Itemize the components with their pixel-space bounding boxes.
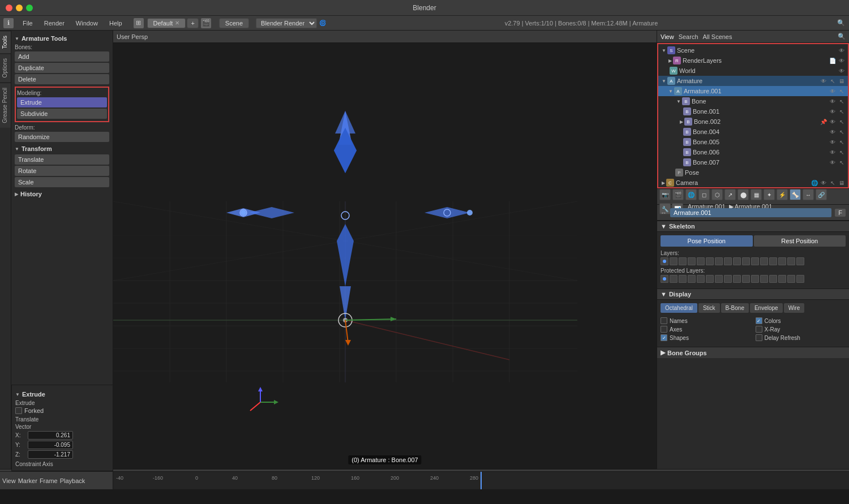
visibility-icon-b002[interactable]: 👁 — [829, 118, 837, 126]
visibility-icon-w[interactable]: 👁 — [838, 67, 846, 75]
prop-texture-icon[interactable]: ▦ — [751, 189, 762, 200]
menu-file[interactable]: File — [18, 19, 37, 28]
selectable-icon-b006[interactable]: ↖ — [838, 148, 846, 156]
prop-constraint-icon[interactable]: 🔗 — [816, 189, 827, 200]
tree-item-bone[interactable]: ▼ B Bone 👁 ↖ — [658, 96, 848, 106]
protected-layer-7[interactable] — [715, 275, 723, 283]
protected-layer-12[interactable] — [760, 275, 768, 283]
layer-9[interactable] — [733, 257, 741, 265]
layer-1-active[interactable] — [661, 257, 668, 265]
forked-checkbox[interactable] — [15, 407, 22, 414]
prop-particle-icon[interactable]: ✦ — [764, 189, 775, 200]
layer-5[interactable] — [697, 257, 705, 265]
octahedral-btn[interactable]: Octahedral — [661, 303, 697, 313]
selectable-icon-b[interactable]: ↖ — [838, 97, 846, 105]
tree-item-bone004[interactable]: B Bone.004 👁 ↖ — [658, 127, 848, 137]
blender-info-icon[interactable]: ℹ — [3, 18, 14, 28]
timeline-view[interactable]: View — [2, 477, 16, 484]
tree-item-pose[interactable]: P Pose — [658, 167, 848, 178]
tree-item-camera[interactable]: ▶ C Camera 🌐 👁 ↖ 🖥 — [658, 178, 848, 188]
rotate-button[interactable]: Rotate — [15, 166, 109, 176]
pin-icon-b002[interactable]: 📌 — [820, 118, 827, 126]
axes-checkbox[interactable] — [661, 326, 667, 333]
visibility-icon-a001[interactable]: 👁 — [829, 87, 837, 95]
protected-layer-1[interactable] — [661, 275, 668, 283]
layer-14[interactable] — [778, 257, 786, 265]
tree-item-armature001[interactable]: ▼ A Armature.001 👁 ↖ — [658, 86, 848, 96]
add-button[interactable]: Add — [15, 51, 109, 62]
randomize-button[interactable]: Randomize — [15, 132, 109, 142]
render-icon-a[interactable]: 🖥 — [838, 77, 846, 85]
protected-layer-15[interactable] — [787, 275, 795, 283]
bbone-btn[interactable]: B-Bone — [721, 303, 749, 313]
protected-layer-2[interactable] — [670, 275, 678, 283]
bone-groups-header[interactable]: ▶ Bone Groups — [657, 347, 849, 358]
layer-7[interactable] — [715, 257, 723, 265]
sidebar-tab-grease-pencil[interactable]: Grease Pencil — [0, 83, 11, 128]
visibility-icon-b001[interactable]: 👁 — [829, 107, 837, 115]
layer-10[interactable] — [742, 257, 750, 265]
prop-physics-icon[interactable]: ⚡ — [777, 189, 788, 200]
outliner-tab-all-scenes[interactable]: All Scenes — [703, 33, 732, 40]
sidebar-tab-options[interactable]: Options — [0, 53, 11, 82]
timeline-frame[interactable]: Frame — [40, 477, 58, 484]
selectable-icon-cam[interactable]: ↖ — [829, 179, 837, 187]
tree-item-bone002[interactable]: ▶ B Bone.002 📌 👁 ↖ — [658, 117, 848, 127]
wire-btn[interactable]: Wire — [784, 303, 805, 313]
visibility-icon-a[interactable]: 👁 — [820, 77, 827, 85]
camera-sphere-icon[interactable]: 🌐 — [811, 179, 818, 187]
renderlayers-icon-2[interactable]: 📄 — [829, 57, 837, 64]
translate-button[interactable]: Translate — [15, 154, 109, 165]
tree-item-bone005[interactable]: B Bone.005 👁 ↖ — [658, 137, 848, 147]
layer-12[interactable] — [760, 257, 768, 265]
protected-layer-10[interactable] — [742, 275, 750, 283]
stick-btn[interactable]: Stick — [698, 303, 720, 313]
display-section-header[interactable]: ▼ Display — [657, 288, 849, 300]
duplicate-button[interactable]: Duplicate — [15, 63, 109, 73]
protected-layer-11[interactable] — [751, 275, 759, 283]
selectable-icon-a[interactable]: ↖ — [829, 77, 837, 85]
layer-3[interactable] — [679, 257, 687, 265]
selectable-icon-a001[interactable]: ↖ — [838, 87, 846, 95]
protected-layer-9[interactable] — [733, 275, 741, 283]
menu-window[interactable]: Window — [71, 19, 102, 28]
selectable-icon-b002[interactable]: ↖ — [838, 118, 846, 126]
outliner-tab-view[interactable]: View — [661, 33, 674, 40]
tree-item-bone006[interactable]: B Bone.006 👁 ↖ — [658, 147, 848, 157]
layer-8[interactable] — [724, 257, 732, 265]
timeline-marker[interactable]: Marker — [18, 477, 37, 484]
prop-curve-icon[interactable]: ↗ — [724, 189, 736, 200]
skeleton-section-header[interactable]: ▼ Skeleton — [657, 221, 849, 232]
extrude-button[interactable]: Extrude — [17, 97, 107, 107]
workspace-add-tab[interactable]: + — [187, 18, 198, 28]
visibility-icon-b006[interactable]: 👁 — [829, 148, 837, 156]
prop-armature-icon[interactable]: 🦴 — [790, 189, 801, 200]
tree-item-lamp[interactable]: ▶ L Lamp ✕ 👁 ↖ 🖥 — [658, 188, 848, 188]
renderer-select[interactable]: Blender Render Cycles Render — [256, 18, 317, 28]
visibility-icon[interactable]: 👁 — [838, 46, 846, 54]
layer-15[interactable] — [787, 257, 795, 265]
selectable-icon-b001[interactable]: ↖ — [838, 107, 846, 115]
prop-mesh-icon[interactable]: ⬡ — [711, 189, 723, 200]
workspace-tab-default[interactable]: Default ✕ — [147, 18, 186, 28]
selectable-icon-b004[interactable]: ↖ — [838, 128, 846, 136]
render-icon-cam[interactable]: 🖥 — [838, 179, 846, 187]
layer-2[interactable] — [670, 257, 678, 265]
outliner-tab-search[interactable]: Search — [679, 33, 698, 40]
prop-object-icon[interactable]: ◻ — [698, 189, 710, 200]
subdivide-button[interactable]: Subdivide — [17, 109, 107, 119]
workspace-tab-close[interactable]: ✕ — [175, 20, 179, 26]
visibility-icon-b[interactable]: 👁 — [829, 97, 837, 105]
prop-bone-icon[interactable]: ↔ — [803, 189, 814, 200]
tree-item-bone007[interactable]: B Bone.007 👁 ↖ — [658, 157, 848, 167]
protected-layer-5[interactable] — [697, 275, 705, 283]
pose-position-btn[interactable]: Pose Position — [661, 235, 753, 247]
layer-6[interactable] — [706, 257, 714, 265]
z-value-field[interactable] — [28, 450, 73, 459]
prop-render-icon[interactable]: 📷 — [659, 189, 671, 200]
tree-item-armature[interactable]: ▼ A Armature 👁 ↖ 🖥 — [658, 76, 848, 86]
viewport[interactable]: User Persp — [113, 31, 657, 469]
protected-layer-13[interactable] — [769, 275, 777, 283]
envelope-btn[interactable]: Envelope — [750, 303, 783, 313]
visibility-icon-rl[interactable]: 👁 — [838, 57, 846, 64]
